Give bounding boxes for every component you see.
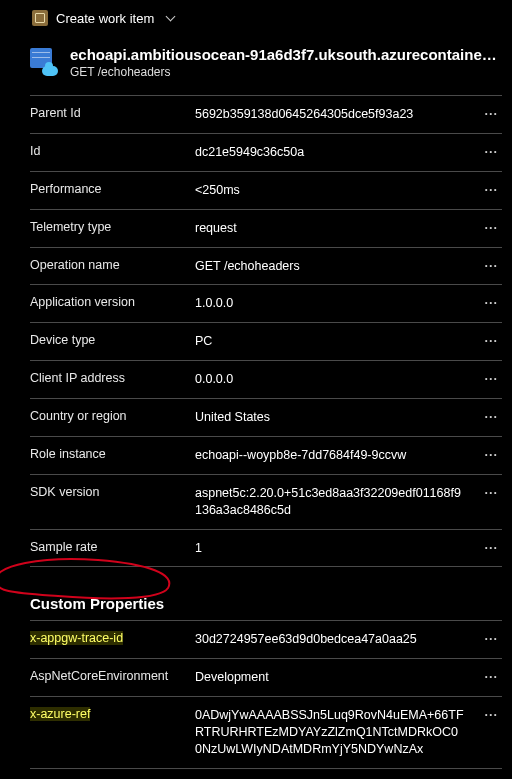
property-row: Country or regionUnited States··· xyxy=(30,398,502,436)
more-actions-button[interactable]: ··· xyxy=(474,106,498,121)
property-value: 0ADwjYwAAAABSSJn5Luq9RovN4uEMA+66TFRTRUR… xyxy=(195,707,474,758)
properties-table: Parent Id5692b359138d0645264305dce5f93a2… xyxy=(0,95,512,567)
property-key: Role instance xyxy=(30,447,195,461)
server-cloud-icon xyxy=(30,48,56,74)
property-value: 5692b359138d0645264305dce5f93a23 xyxy=(195,106,474,123)
more-actions-button[interactable]: ··· xyxy=(474,182,498,197)
property-key: SDK version xyxy=(30,485,195,499)
property-key: x-appgw-trace-id xyxy=(30,631,195,645)
property-key: AspNetCoreEnvironment xyxy=(30,669,195,683)
more-actions-button[interactable]: ··· xyxy=(474,631,498,646)
more-actions-button[interactable]: ··· xyxy=(474,333,498,348)
property-value: 0.0.0.0 xyxy=(195,371,474,388)
property-key: Device type xyxy=(30,333,195,347)
more-actions-button[interactable]: ··· xyxy=(474,485,498,500)
property-row: Role instanceechoapi--woypb8e-7dd7684f49… xyxy=(30,436,502,474)
more-actions-button[interactable]: ··· xyxy=(474,295,498,310)
property-value: request xyxy=(195,220,474,237)
property-value: Development xyxy=(195,669,474,686)
chevron-down-icon[interactable] xyxy=(166,13,176,23)
property-value: 30d2724957ee63d9d0bedcea47a0aa25 xyxy=(195,631,474,648)
create-work-item-button[interactable]: Create work item xyxy=(56,11,154,26)
property-key: Operation name xyxy=(30,258,195,272)
request-title: echoapi.ambitiousocean-91a6d3f7.uksouth.… xyxy=(70,46,502,63)
custom-properties-heading: Custom Properties xyxy=(0,567,512,620)
property-row: x-appgw-trace-id30d2724957ee63d9d0bedcea… xyxy=(30,620,502,658)
property-row: Sample rate1··· xyxy=(30,529,502,568)
property-value: United States xyxy=(195,409,474,426)
more-actions-button[interactable]: ··· xyxy=(474,409,498,424)
property-value: PC xyxy=(195,333,474,350)
custom-properties-table: x-appgw-trace-id30d2724957ee63d9d0bedcea… xyxy=(0,620,512,768)
property-key: Id xyxy=(30,144,195,158)
property-value: 1.0.0.0 xyxy=(195,295,474,312)
property-row: AspNetCoreEnvironmentDevelopment··· xyxy=(30,658,502,696)
property-key: Telemetry type xyxy=(30,220,195,234)
property-value: echoapi--woypb8e-7dd7684f49-9ccvw xyxy=(195,447,474,464)
toolbar: Create work item xyxy=(0,0,512,32)
property-key: Sample rate xyxy=(30,540,195,554)
more-actions-button[interactable]: ··· xyxy=(474,144,498,159)
property-row: SDK versionaspnet5c:2.20.0+51c3ed8aa3f32… xyxy=(30,474,502,529)
property-value: aspnet5c:2.20.0+51c3ed8aa3f32209edf01168… xyxy=(195,485,474,519)
work-item-icon xyxy=(32,10,48,26)
property-value: dc21e5949c36c50a xyxy=(195,144,474,161)
property-row: Operation nameGET /echoheaders··· xyxy=(30,247,502,285)
property-row: Application version1.0.0.0··· xyxy=(30,284,502,322)
property-row: Device typePC··· xyxy=(30,322,502,360)
property-key: x-azure-ref xyxy=(30,707,195,721)
property-row: Telemetry typerequest··· xyxy=(30,209,502,247)
more-actions-button[interactable]: ··· xyxy=(474,540,498,555)
property-row: x-azure-ref0ADwjYwAAAABSSJn5Luq9RovN4uEM… xyxy=(30,696,502,769)
request-subtitle: GET /echoheaders xyxy=(70,65,502,79)
property-value: GET /echoheaders xyxy=(195,258,474,275)
property-value: 1 xyxy=(195,540,474,557)
more-actions-button[interactable]: ··· xyxy=(474,447,498,462)
more-actions-button[interactable]: ··· xyxy=(474,371,498,386)
property-row: Iddc21e5949c36c50a··· xyxy=(30,133,502,171)
more-actions-button[interactable]: ··· xyxy=(474,258,498,273)
property-row: Client IP address0.0.0.0··· xyxy=(30,360,502,398)
property-key: Performance xyxy=(30,182,195,196)
property-key: Client IP address xyxy=(30,371,195,385)
more-actions-button[interactable]: ··· xyxy=(474,669,498,684)
more-actions-button[interactable]: ··· xyxy=(474,707,498,722)
property-value: <250ms xyxy=(195,182,474,199)
property-key: Application version xyxy=(30,295,195,309)
request-header: echoapi.ambitiousocean-91a6d3f7.uksouth.… xyxy=(0,32,512,95)
more-actions-button[interactable]: ··· xyxy=(474,220,498,235)
property-key: Parent Id xyxy=(30,106,195,120)
property-row: Parent Id5692b359138d0645264305dce5f93a2… xyxy=(30,95,502,133)
property-key: Country or region xyxy=(30,409,195,423)
property-row: Performance<250ms··· xyxy=(30,171,502,209)
